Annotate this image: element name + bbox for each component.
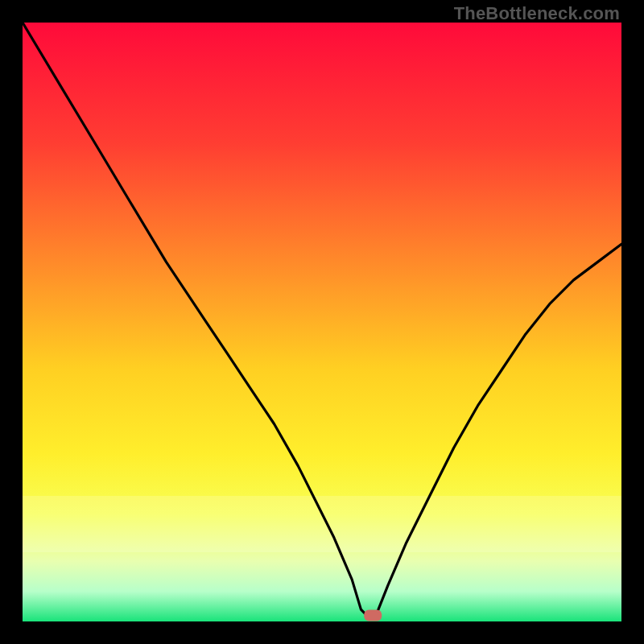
optimum-marker bbox=[364, 610, 382, 621]
plot-area bbox=[23, 23, 621, 621]
bottleneck-chart bbox=[23, 23, 621, 621]
watermark-text: TheBottleneck.com bbox=[454, 3, 620, 24]
outer-frame: TheBottleneck.com bbox=[0, 0, 644, 644]
pale-band bbox=[23, 496, 621, 552]
